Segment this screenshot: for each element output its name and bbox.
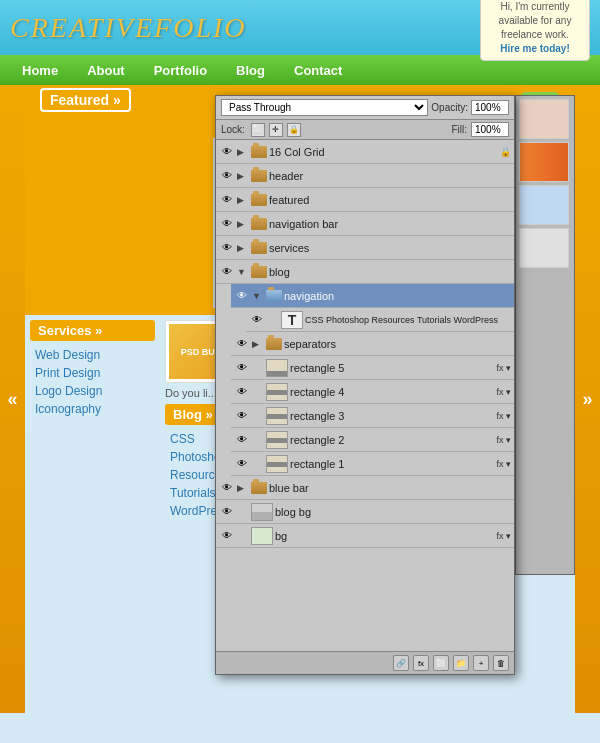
- visibility-eye-rect4[interactable]: 👁: [234, 384, 250, 400]
- nav-item-portfolio[interactable]: Portfolio: [142, 59, 219, 82]
- visibility-eye-featured[interactable]: 👁: [219, 192, 235, 208]
- layer-rect-1[interactable]: 👁 rectangle 1 fx ▾: [231, 452, 514, 476]
- fx-badge-rect4: fx ▾: [496, 387, 511, 397]
- expand-arrow-blog[interactable]: ▼: [237, 267, 249, 277]
- nav-item-home[interactable]: Home: [10, 59, 70, 82]
- services-header[interactable]: Services »: [30, 320, 155, 341]
- layer-blog[interactable]: 👁 ▼ blog: [216, 260, 514, 284]
- visibility-eye-separators[interactable]: 👁: [234, 336, 250, 352]
- expand-arrow-navigation[interactable]: ▼: [252, 291, 264, 301]
- service-print-design[interactable]: Print Design: [30, 364, 155, 382]
- layer-header[interactable]: 👁 ▶ header: [216, 164, 514, 188]
- rect-thumb-2: [266, 431, 288, 449]
- layer-16-col-grid[interactable]: 👁 ▶ 16 Col Grid 🔒: [216, 140, 514, 164]
- visibility-eye-rect1[interactable]: 👁: [234, 456, 250, 472]
- fx-badge-rect2: fx ▾: [496, 435, 511, 445]
- hire-box[interactable]: Hi, I'm currently available for any free…: [480, 0, 590, 61]
- layer-navigation[interactable]: 👁 ▼ navigation: [231, 284, 514, 308]
- layer-rect-3[interactable]: 👁 rectangle 3 fx ▾: [231, 404, 514, 428]
- layer-blog-bg[interactable]: 👁 blog bg: [216, 500, 514, 524]
- layer-featured[interactable]: 👁 ▶ featured: [216, 188, 514, 212]
- folder-icon-nav-bar: [251, 218, 267, 230]
- visibility-eye-blog-bg[interactable]: 👁: [219, 504, 235, 520]
- rect-thumb-4: [266, 383, 288, 401]
- nav-item-contact[interactable]: Contact: [282, 59, 354, 82]
- visibility-eye-nav-bar[interactable]: 👁: [219, 216, 235, 232]
- visibility-eye-rect5[interactable]: 👁: [234, 360, 250, 376]
- layer-nav-bar[interactable]: 👁 ▶ navigation bar: [216, 212, 514, 236]
- visibility-eye-header[interactable]: 👁: [219, 168, 235, 184]
- featured-label[interactable]: Featured »: [40, 88, 131, 112]
- folder-icon-header: [251, 170, 267, 182]
- rp-item-1: [519, 99, 569, 139]
- service-iconography[interactable]: Iconography: [30, 400, 155, 418]
- next-arrow-button[interactable]: »: [575, 85, 600, 713]
- layer-services[interactable]: 👁 ▶ services: [216, 236, 514, 260]
- new-layer-button[interactable]: +: [473, 655, 489, 671]
- folder-icon-navigation: [266, 290, 282, 302]
- fill-input[interactable]: [471, 122, 509, 137]
- new-group-button[interactable]: 📁: [453, 655, 469, 671]
- logo-creative: CREATIVE: [10, 12, 154, 43]
- layer-name-blog: blog: [269, 266, 511, 278]
- visibility-eye-rect3[interactable]: 👁: [234, 408, 250, 424]
- opacity-label: Opacity:: [431, 102, 468, 113]
- logo-folio: FOLIO: [154, 12, 246, 43]
- service-web-design[interactable]: Web Design: [30, 346, 155, 364]
- text-layer-icon: T: [281, 311, 303, 329]
- folder-icon-services: [251, 242, 267, 254]
- layer-bg[interactable]: 👁 bg fx ▾: [216, 524, 514, 548]
- layer-rect-2[interactable]: 👁 rectangle 2 fx ▾: [231, 428, 514, 452]
- delete-layer-button[interactable]: 🗑: [493, 655, 509, 671]
- add-mask-button[interactable]: ⬜: [433, 655, 449, 671]
- lock-row: Lock: ⬜ ✛ 🔒 Fill:: [216, 120, 514, 140]
- folder-icon-blue-bar: [251, 482, 267, 494]
- blend-mode-select[interactable]: Pass Through Normal Multiply: [221, 99, 428, 116]
- right-arrow-icon: »: [582, 389, 592, 410]
- layer-name-rect3: rectangle 3: [290, 410, 494, 422]
- left-arrow-icon: «: [7, 389, 17, 410]
- visibility-eye-16-col[interactable]: 👁: [219, 144, 235, 160]
- link-layers-button[interactable]: 🔗: [393, 655, 409, 671]
- layer-blue-bar[interactable]: 👁 ▶ blue bar: [216, 476, 514, 500]
- layer-name-rect2: rectangle 2: [290, 434, 494, 446]
- rect-thumb-1: [266, 455, 288, 473]
- visibility-eye-rect2[interactable]: 👁: [234, 432, 250, 448]
- nav-item-about[interactable]: About: [75, 59, 137, 82]
- expand-arrow-nav-bar[interactable]: ▶: [237, 219, 249, 229]
- nav-item-blog[interactable]: Blog: [224, 59, 277, 82]
- visibility-eye-blog[interactable]: 👁: [219, 264, 235, 280]
- visibility-eye-blue-bar[interactable]: 👁: [219, 480, 235, 496]
- header: CREATIVEFOLIO Hi, I'm currently availabl…: [0, 0, 600, 55]
- opacity-input[interactable]: [471, 100, 509, 115]
- expand-arrow-header[interactable]: ▶: [237, 171, 249, 181]
- logo: CREATIVEFOLIO: [10, 12, 247, 44]
- expand-arrow-separators[interactable]: ▶: [252, 339, 264, 349]
- visibility-eye-text-nav[interactable]: 👁: [249, 312, 265, 328]
- layer-rect-4[interactable]: 👁 rectangle 4 fx ▾: [231, 380, 514, 404]
- lock-position-button[interactable]: ✛: [269, 123, 283, 137]
- lock-pixels-button[interactable]: ⬜: [251, 123, 265, 137]
- layer-rect-5[interactable]: 👁 rectangle 5 fx ▾: [231, 356, 514, 380]
- fx-badge-rect1: fx ▾: [496, 459, 511, 469]
- layer-separators[interactable]: 👁 ▶ separators: [231, 332, 514, 356]
- expand-arrow-featured[interactable]: ▶: [237, 195, 249, 205]
- rect-thumb-bg: [251, 527, 273, 545]
- expand-arrow-services[interactable]: ▶: [237, 243, 249, 253]
- lock-all-button[interactable]: 🔒: [287, 123, 301, 137]
- expand-arrow-blue-bar[interactable]: ▶: [237, 483, 249, 493]
- layer-name-bg: bg: [275, 530, 494, 542]
- add-style-button[interactable]: fx: [413, 655, 429, 671]
- service-logo-design[interactable]: Logo Design: [30, 382, 155, 400]
- prev-arrow-button[interactable]: «: [0, 85, 25, 713]
- right-panel-content: [516, 96, 574, 274]
- layer-name-rect5: rectangle 5: [290, 362, 494, 374]
- visibility-eye-services[interactable]: 👁: [219, 240, 235, 256]
- expand-arrow-16-col[interactable]: ▶: [237, 147, 249, 157]
- layer-name-featured: featured: [269, 194, 511, 206]
- visibility-eye-bg[interactable]: 👁: [219, 528, 235, 544]
- visibility-eye-navigation[interactable]: 👁: [234, 288, 250, 304]
- layer-text-nav-items[interactable]: 👁 T CSS Photoshop Resources Tutorials Wo…: [246, 308, 514, 332]
- services-column: Services » Web Design Print Design Logo …: [25, 315, 160, 713]
- hire-cta[interactable]: Hire me today!: [500, 43, 569, 54]
